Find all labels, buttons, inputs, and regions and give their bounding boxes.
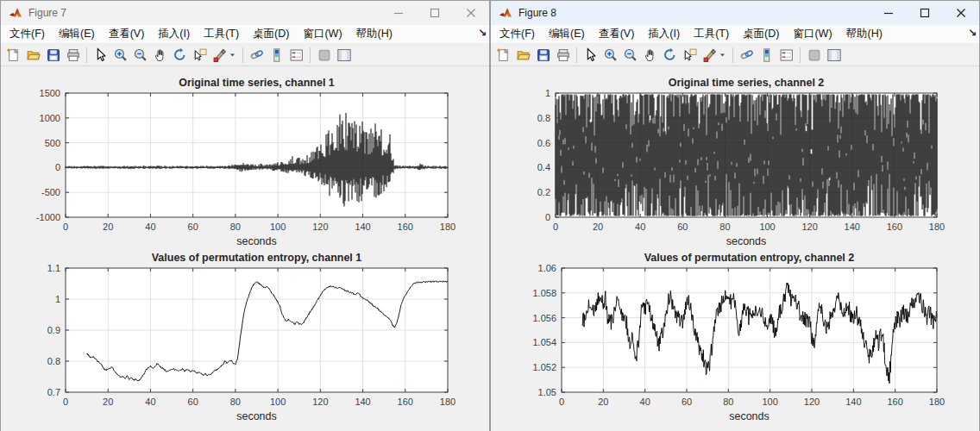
menu-item[interactable]: 窗口(W) bbox=[786, 25, 839, 43]
insert-legend-button[interactable] bbox=[286, 46, 306, 65]
show-plot-tools-dock-button[interactable] bbox=[824, 46, 844, 65]
menu-item[interactable]: 工具(T) bbox=[197, 25, 246, 43]
toolbar-separator bbox=[86, 47, 87, 63]
svg-text:180: 180 bbox=[929, 222, 945, 232]
rotate-3d-icon bbox=[173, 47, 187, 62]
svg-text:40: 40 bbox=[145, 397, 155, 407]
pan-button[interactable] bbox=[150, 46, 170, 65]
link-plots-button[interactable] bbox=[737, 46, 757, 65]
menu-item[interactable]: 桌面(D) bbox=[736, 25, 786, 43]
data-cursor-button[interactable] bbox=[190, 46, 210, 65]
maximize-button[interactable] bbox=[417, 1, 453, 25]
menu-item[interactable]: 编辑(E) bbox=[542, 25, 592, 43]
svg-text:Original time series, channel: Original time series, channel 1 bbox=[179, 77, 335, 89]
new-document-button[interactable] bbox=[3, 46, 23, 65]
brush-dropdown-button[interactable] bbox=[229, 46, 239, 65]
svg-text:40: 40 bbox=[635, 222, 645, 232]
save-button[interactable] bbox=[533, 46, 553, 65]
svg-text:Values of permutation entropy,: Values of permutation entropy, channel 2 bbox=[644, 252, 855, 264]
menu-item[interactable]: 帮助(H) bbox=[839, 25, 889, 43]
show-plot-tools-dock-button[interactable] bbox=[334, 46, 354, 65]
insert-colorbar-button[interactable] bbox=[267, 46, 286, 65]
save-icon bbox=[46, 47, 60, 62]
menu-item[interactable]: 窗口(W) bbox=[296, 25, 349, 43]
close-button[interactable] bbox=[453, 1, 489, 25]
pointer-button[interactable] bbox=[581, 46, 600, 65]
zoom-in-button[interactable] bbox=[110, 46, 130, 65]
insert-colorbar-icon bbox=[759, 47, 774, 62]
svg-text:100: 100 bbox=[270, 222, 286, 232]
menu-item[interactable]: 工具(T) bbox=[687, 25, 736, 43]
svg-text:80: 80 bbox=[230, 222, 241, 232]
print-button[interactable] bbox=[63, 46, 83, 65]
figure-toolbar bbox=[491, 44, 979, 66]
zoom-in-icon bbox=[113, 47, 128, 62]
insert-legend-button[interactable] bbox=[776, 46, 796, 65]
zoom-out-button[interactable] bbox=[620, 46, 640, 65]
menu-item[interactable]: 插入(I) bbox=[641, 25, 687, 43]
menu-item[interactable]: 文件(F) bbox=[3, 25, 52, 43]
print-button[interactable] bbox=[553, 46, 573, 65]
zoom-out-icon bbox=[133, 47, 148, 62]
figure7-titlebar[interactable]: Figure 7 bbox=[1, 1, 489, 25]
figure8-titlebar[interactable]: Figure 8 bbox=[491, 1, 979, 25]
menu-overflow-icon[interactable]: ↘ bbox=[478, 27, 487, 39]
brush-dropdown-button[interactable] bbox=[719, 46, 729, 65]
brush-dropdown-icon bbox=[719, 47, 729, 62]
pan-button[interactable] bbox=[640, 46, 660, 65]
svg-text:seconds: seconds bbox=[726, 235, 767, 247]
new-document-button[interactable] bbox=[493, 46, 513, 65]
link-plots-icon bbox=[739, 47, 754, 62]
pan-icon bbox=[643, 47, 657, 62]
open-folder-button[interactable] bbox=[23, 46, 43, 65]
hide-plot-tools-button[interactable] bbox=[804, 46, 824, 65]
menu-item[interactable]: 帮助(H) bbox=[349, 25, 399, 43]
minimize-button[interactable] bbox=[870, 1, 907, 25]
insert-colorbar-button[interactable] bbox=[757, 46, 776, 65]
menu-item[interactable]: 文件(F) bbox=[493, 25, 542, 43]
brush-button[interactable] bbox=[210, 46, 229, 65]
svg-text:140: 140 bbox=[355, 397, 370, 407]
hide-plot-tools-button[interactable] bbox=[314, 46, 334, 65]
svg-text:180: 180 bbox=[929, 397, 945, 407]
svg-text:160: 160 bbox=[887, 397, 902, 407]
menu-item[interactable]: 查看(V) bbox=[592, 25, 642, 43]
menu-item[interactable]: 编辑(E) bbox=[52, 25, 102, 43]
figure-canvas: 020406080100120140160180-1000-5000500100… bbox=[1, 66, 489, 431]
svg-text:20: 20 bbox=[103, 397, 113, 407]
zoom-out-icon bbox=[623, 47, 638, 62]
svg-text:0.2: 0.2 bbox=[537, 187, 550, 197]
figure-toolbar bbox=[1, 44, 489, 66]
svg-text:0: 0 bbox=[545, 212, 550, 222]
rotate-3d-button[interactable] bbox=[170, 46, 190, 65]
menu-overflow-icon[interactable]: ↘ bbox=[968, 27, 977, 39]
zoom-in-button[interactable] bbox=[600, 46, 620, 65]
svg-text:seconds: seconds bbox=[729, 410, 770, 422]
svg-text:180: 180 bbox=[440, 397, 455, 407]
svg-text:0.6: 0.6 bbox=[537, 138, 550, 148]
minimize-button[interactable] bbox=[380, 1, 417, 25]
menu-item[interactable]: 查看(V) bbox=[102, 25, 152, 43]
maximize-button[interactable] bbox=[907, 1, 943, 25]
pointer-button[interactable] bbox=[91, 46, 110, 65]
open-folder-icon bbox=[26, 47, 41, 62]
rotate-3d-button[interactable] bbox=[660, 46, 680, 65]
open-folder-button[interactable] bbox=[513, 46, 533, 65]
show-plot-tools-dock-icon bbox=[336, 47, 351, 62]
svg-text:Values of permutation entropy,: Values of permutation entropy, channel 1 bbox=[152, 252, 362, 264]
menu-item[interactable]: 桌面(D) bbox=[246, 25, 296, 43]
svg-text:140: 140 bbox=[355, 222, 370, 232]
svg-text:0: 0 bbox=[55, 162, 60, 172]
brush-button[interactable] bbox=[700, 46, 719, 65]
zoom-out-button[interactable] bbox=[130, 46, 150, 65]
close-button[interactable] bbox=[943, 1, 979, 25]
svg-text:1.058: 1.058 bbox=[532, 288, 556, 298]
svg-text:seconds: seconds bbox=[236, 235, 277, 247]
save-button[interactable] bbox=[43, 46, 63, 65]
data-cursor-icon bbox=[682, 47, 697, 62]
menu-item[interactable]: 插入(I) bbox=[151, 25, 197, 43]
svg-text:120: 120 bbox=[801, 222, 817, 232]
data-cursor-button[interactable] bbox=[680, 46, 700, 65]
link-plots-button[interactable] bbox=[247, 46, 267, 65]
insert-legend-icon bbox=[289, 47, 304, 62]
